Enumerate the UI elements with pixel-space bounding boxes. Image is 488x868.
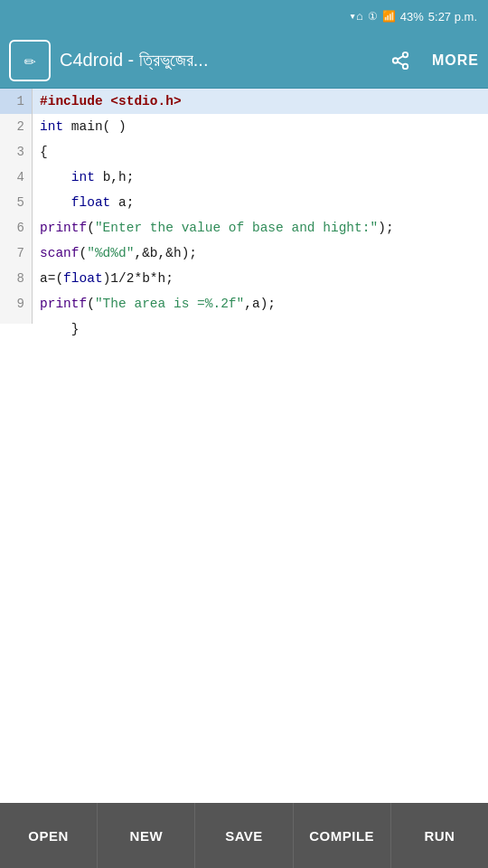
notification-icon: ① [368,10,378,23]
code-line-5: 5 float a; [0,190,488,215]
code-line-4: 4 int b,h; [0,165,488,190]
line-content-8[interactable]: a=(float)1/2*b*h; [33,266,174,291]
code-line-close: } [0,316,488,342]
code-editor: 1 #include <stdio.h> 2 int main( ) 3 { 4… [0,89,488,803]
line-content-2[interactable]: int main( ) [33,114,127,139]
line-number-6: 6 [0,215,33,241]
battery-text: 43% [400,10,424,24]
line-content-close[interactable]: } [33,316,80,342]
share-icon[interactable] [390,51,410,71]
line-number-8: 8 [0,266,33,291]
line-number-7: 7 [0,241,33,266]
run-button[interactable]: RUN [391,803,488,868]
code-content: 1 #include <stdio.h> 2 int main( ) 3 { 4… [0,89,488,342]
app-logo: ✏ [9,40,51,81]
bottom-toolbar: OPEN NEW SAVE COMPILE RUN [0,803,488,868]
line-content-4[interactable]: int b,h; [33,165,134,190]
svg-line-3 [398,61,403,65]
code-line-7: 7 scanf("%d%d",&b,&h); [0,241,488,266]
line-number-1: 1 [0,89,33,114]
line-number-2: 2 [0,114,33,139]
code-line-9: 9 printf("The area is =%.2f",a); [0,291,488,316]
app-header: ✏ C4droid - ত্রিভুজের... MORE [0,33,488,89]
new-button[interactable]: NEW [98,803,195,868]
wifi-icon: ▾⌂ [349,9,363,24]
more-button[interactable]: MORE [432,52,479,69]
logo-icon: ✏ [23,48,35,72]
save-button[interactable]: SAVE [195,803,293,868]
line-content-7[interactable]: scanf("%d%d",&b,&h); [33,241,197,266]
line-content-5[interactable]: float a; [33,190,134,215]
line-number-9: 9 [0,291,33,316]
line-content-1[interactable]: #include <stdio.h> [33,89,182,114]
line-content-6[interactable]: printf("Enter the value of base and high… [33,215,394,241]
time-text: 5:27 p.m. [428,10,477,24]
line-number-4: 4 [0,165,33,190]
line-number-3: 3 [0,139,33,165]
code-line-2: 2 int main( ) [0,114,488,139]
status-icons: ▾⌂ ① 📶 43% 5:27 p.m. [349,9,477,24]
status-bar: ▾⌂ ① 📶 43% 5:27 p.m. [0,0,488,33]
line-content-3[interactable]: { [33,139,48,165]
signal-icon: 📶 [382,10,396,24]
line-number-5: 5 [0,190,33,215]
compile-button[interactable]: COMPILE [294,803,391,868]
svg-line-4 [398,55,403,59]
open-button[interactable]: OPEN [0,803,98,868]
code-line-1: 1 #include <stdio.h> [0,89,488,114]
code-line-3: 3 { [0,139,488,165]
app-title: C4droid - ত্রিভুজের... [60,50,381,71]
line-content-9[interactable]: printf("The area is =%.2f",a); [33,291,276,316]
line-number-close [0,316,33,324]
code-line-8: 8 a=(float)1/2*b*h; [0,266,488,291]
code-line-6: 6 printf("Enter the value of base and hi… [0,215,488,241]
